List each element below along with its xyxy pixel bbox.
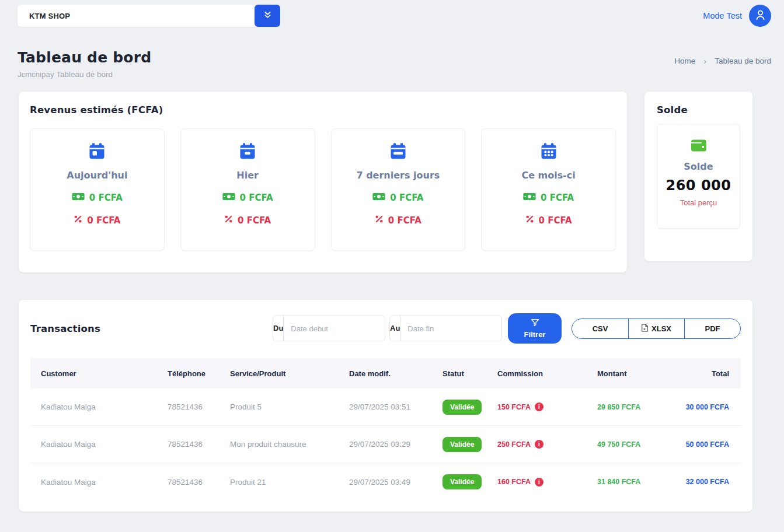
svg-text:x: x: [643, 327, 646, 330]
money-bill-icon: [72, 192, 85, 203]
table-row[interactable]: Kadiatou Maiga 78521436 Produit 5 29/07/…: [30, 388, 741, 426]
balance-caption: Total perçu: [657, 198, 740, 207]
shop-selector-expand-button[interactable]: [255, 5, 280, 27]
breadcrumb-home-link[interactable]: Home: [674, 57, 695, 65]
export-csv-button[interactable]: CSV: [572, 319, 628, 338]
info-icon[interactable]: i: [535, 478, 543, 487]
table-row[interactable]: Kadiatou Maiga 78521436 Mon produit chau…: [30, 426, 741, 463]
export-pdf-label: PDF: [705, 324, 720, 333]
cell-amount: 29 850 FCFA: [597, 403, 673, 411]
cell-amount: 31 840 FCFA: [597, 478, 673, 486]
revenue-card-thismonth: Ce mois-ci 0 FCFA 0 FCFA: [481, 128, 616, 251]
export-button-group: CSV x XLSX PDF: [572, 318, 741, 339]
revenue-fees-value: 0 FCFA: [539, 215, 572, 226]
export-xlsx-button[interactable]: x XLSX: [628, 319, 684, 338]
revenue-fees-value: 0 FCFA: [238, 215, 271, 226]
export-pdf-button[interactable]: PDF: [684, 319, 740, 338]
revenue-card-label: 7 derniers jours: [332, 170, 465, 181]
transactions-panel: Transactions Du Au Filtrer CSV x XLSX PD…: [19, 300, 752, 512]
calendar-minus-icon: [239, 152, 256, 162]
table-row[interactable]: Kadiatou Maiga 78521436 Produit 21 29/07…: [30, 463, 741, 501]
revenues-title: Revenus estimés (FCFA): [30, 104, 616, 116]
filter-button-label: Filtrer: [524, 330, 546, 339]
column-header-status: Statut: [442, 369, 497, 378]
person-icon: [754, 8, 767, 24]
revenue-card-label: Hier: [181, 170, 315, 181]
page-title: Tableau de bord: [18, 49, 151, 66]
cell-date: 29/07/2025 03:51: [349, 402, 442, 411]
info-icon[interactable]: i: [535, 402, 543, 411]
date-to-group: Au: [389, 316, 502, 341]
status-badge: Validée: [442, 474, 482, 489]
cell-phone: 78521436: [168, 402, 230, 411]
balance-label: Solde: [657, 161, 740, 172]
revenue-gross-value: 0 FCFA: [89, 192, 123, 203]
revenue-fees-value: 0 FCFA: [87, 215, 120, 226]
percent-icon: [74, 215, 82, 226]
cell-commission: 150 FCFA: [497, 403, 531, 411]
file-excel-icon: x: [642, 324, 648, 334]
cell-phone: 78521436: [168, 440, 230, 449]
transactions-title: Transactions: [30, 323, 100, 334]
revenues-panel: Revenus estimés (FCFA) Aujourd'hui 0 FCF…: [19, 92, 627, 272]
status-badge: Validée: [442, 437, 482, 452]
table-header-row: Customer Téléphone Service/Produit Date …: [30, 358, 741, 388]
calendar-day-icon: [88, 152, 106, 162]
column-header-commission: Commission: [497, 369, 597, 378]
calendar-days-icon: [540, 152, 557, 162]
column-header-customer: Customer: [30, 369, 168, 378]
cell-commission: 250 FCFA: [497, 440, 531, 449]
export-xlsx-label: XLSX: [651, 324, 671, 333]
money-bill-icon: [372, 192, 385, 203]
percent-icon: [375, 215, 384, 226]
date-from-input[interactable]: [284, 324, 385, 333]
breadcrumb-chevron-icon: ›: [703, 56, 706, 66]
column-header-amount: Montant: [597, 369, 673, 378]
breadcrumb-current: Tableau de bord: [715, 57, 771, 65]
cell-phone: 78521436: [168, 478, 230, 487]
transactions-table: Customer Téléphone Service/Produit Date …: [30, 358, 741, 501]
balance-title: Solde: [657, 104, 740, 116]
cell-date: 29/07/2025 03:49: [349, 478, 442, 487]
shop-selector[interactable]: KTM SHOP: [18, 5, 280, 27]
balance-card: Solde 260 000 Total perçu: [657, 124, 740, 229]
info-icon[interactable]: i: [535, 440, 543, 449]
revenue-card-last7days: 7 derniers jours 0 FCFA 0 FCFA: [331, 128, 466, 251]
revenue-gross-value: 0 FCFA: [390, 192, 423, 203]
avatar[interactable]: [749, 5, 771, 27]
money-bill-icon: [222, 192, 235, 203]
column-header-total: Total: [673, 369, 741, 378]
date-to-input[interactable]: [400, 324, 502, 333]
date-from-label: Du: [273, 316, 284, 341]
shop-selector-value: KTM SHOP: [18, 12, 255, 20]
percent-icon: [224, 215, 233, 226]
topbar: KTM SHOP Mode Test: [0, 0, 784, 32]
column-header-phone: Téléphone: [168, 369, 230, 378]
status-badge: Validée: [442, 400, 482, 415]
cell-product: Produit 21: [230, 478, 349, 487]
page-subtitle: Jɛmɛnipay Tableau de bord: [18, 70, 151, 79]
export-csv-label: CSV: [593, 324, 608, 333]
funnel-icon: [531, 318, 539, 328]
column-header-product: Service/Produit: [230, 369, 349, 378]
cell-total: 30 000 FCFA: [673, 403, 741, 411]
cell-customer: Kadiatou Maiga: [30, 402, 168, 411]
cell-date: 29/07/2025 03:29: [349, 440, 442, 449]
cell-total: 50 000 FCFA: [673, 440, 741, 449]
revenue-card-yesterday: Hier 0 FCFA 0 FCFA: [180, 128, 315, 251]
breadcrumb: Home › Tableau de bord: [674, 56, 771, 66]
filter-button[interactable]: Filtrer: [508, 313, 562, 344]
cell-commission: 160 FCFA: [497, 478, 531, 486]
cell-customer: Kadiatou Maiga: [30, 478, 168, 487]
balance-panel: Solde Solde 260 000 Total perçu: [644, 92, 752, 261]
cell-product: Mon produit chausure: [230, 440, 349, 449]
mode-test-link[interactable]: Mode Test: [703, 11, 742, 20]
balance-amount: 260 000: [657, 177, 740, 194]
cell-amount: 49 750 FCFA: [597, 440, 673, 449]
cell-product: Produit 5: [230, 402, 349, 411]
date-to-label: Au: [390, 316, 400, 341]
date-from-group: Du: [273, 316, 385, 341]
revenue-fees-value: 0 FCFA: [388, 215, 421, 226]
cell-customer: Kadiatou Maiga: [30, 440, 168, 449]
chevron-double-down-icon: [263, 10, 272, 21]
